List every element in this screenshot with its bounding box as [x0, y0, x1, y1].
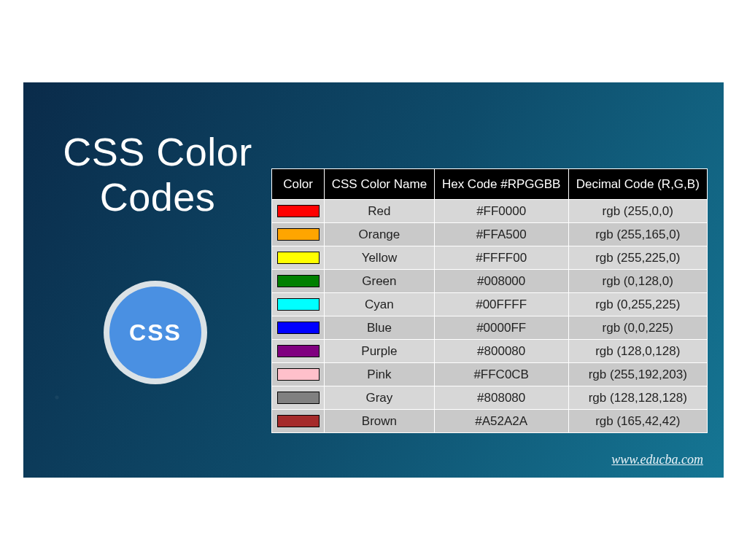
swatch-cell: [272, 246, 325, 270]
decimal-code: rgb (128,128,128): [568, 386, 707, 410]
hex-code: #FFA500: [434, 223, 568, 246]
table-row: Purple#800080rgb (128,0,128): [272, 340, 708, 363]
swatch-cell: [272, 270, 325, 293]
color-name: Red: [325, 200, 435, 223]
decimal-code: rgb (255,192,203): [568, 363, 707, 386]
color-name: Pink: [325, 363, 435, 386]
swatch-cell: [272, 340, 325, 363]
color-swatch: [277, 252, 320, 264]
css-badge: CSS: [109, 287, 201, 378]
table-row: Green#008000rgb (0,128,0): [272, 270, 708, 293]
decimal-code: rgb (255,225,0): [568, 246, 707, 270]
page-title: CSS Color Codes: [55, 129, 260, 219]
hex-code: #008000: [434, 270, 568, 293]
hex-code: #0000FF: [434, 316, 568, 340]
color-name: Yellow: [325, 246, 435, 270]
decimal-code: rgb (0,128,0): [568, 270, 707, 293]
color-swatch: [277, 228, 320, 241]
swatch-cell: [272, 363, 325, 386]
table-row: Red#FF0000rgb (255,0,0): [272, 200, 708, 223]
table-row: Orange#FFA500rgb (255,165,0): [272, 223, 708, 246]
color-swatch: [277, 415, 320, 427]
decimal-code: rgb (128,0,128): [568, 340, 707, 363]
decimal-code: rgb (165,42,42): [568, 410, 707, 433]
col-name: CSS Color Name: [325, 169, 435, 200]
swatch-cell: [272, 316, 325, 340]
color-swatch: [277, 322, 320, 334]
hex-code: #00FFFF: [434, 293, 568, 316]
table-row: Cyan#00FFFFrgb (0,255,225): [272, 293, 708, 316]
css-badge-text: CSS: [129, 319, 182, 346]
decimal-code: rgb (255,165,0): [568, 223, 707, 246]
color-name: Purple: [325, 340, 435, 363]
color-swatch: [277, 345, 320, 357]
col-color: Color: [272, 169, 325, 200]
color-name: Brown: [325, 410, 435, 433]
color-table-wrap: Color CSS Color Name Hex Code #RPGGBB De…: [271, 168, 708, 433]
color-table: Color CSS Color Name Hex Code #RPGGBB De…: [271, 168, 708, 433]
swatch-cell: [272, 410, 325, 433]
table-header-row: Color CSS Color Name Hex Code #RPGGBB De…: [272, 169, 708, 200]
color-name: Blue: [325, 316, 435, 340]
swatch-cell: [272, 293, 325, 316]
table-row: Blue#0000FFrgb (0,0,225): [272, 316, 708, 340]
hex-code: #808080: [434, 386, 568, 410]
table-row: Brown#A52A2Argb (165,42,42): [272, 410, 708, 433]
hex-code: #A52A2A: [434, 410, 568, 433]
col-hex: Hex Code #RPGGBB: [434, 169, 568, 200]
swatch-cell: [272, 223, 325, 246]
color-swatch: [277, 392, 320, 404]
site-link[interactable]: www.educba.com: [611, 452, 703, 467]
swatch-cell: [272, 200, 325, 223]
hex-code: #FF0000: [434, 200, 568, 223]
decimal-code: rgb (0,255,225): [568, 293, 707, 316]
hex-code: #FFFF00: [434, 246, 568, 270]
table-row: Gray#808080rgb (128,128,128): [272, 386, 708, 410]
decimal-code: rgb (255,0,0): [568, 200, 707, 223]
color-name: Green: [325, 270, 435, 293]
color-name: Orange: [325, 223, 435, 246]
color-swatch: [277, 275, 320, 287]
color-swatch: [277, 205, 320, 217]
hex-code: #800080: [434, 340, 568, 363]
color-name: Cyan: [325, 293, 435, 316]
table-row: Yellow#FFFF00rgb (255,225,0): [272, 246, 708, 270]
color-swatch: [277, 368, 320, 381]
hex-code: #FFC0CB: [434, 363, 568, 386]
slide: CSS Color Codes CSS Color CSS Color Name…: [23, 82, 724, 478]
table-row: Pink#FFC0CBrgb (255,192,203): [272, 363, 708, 386]
swatch-cell: [272, 386, 325, 410]
decimal-code: rgb (0,0,225): [568, 316, 707, 340]
color-name: Gray: [325, 386, 435, 410]
col-dec: Decimal Code (R,G,B): [568, 169, 707, 200]
color-swatch: [277, 298, 320, 311]
